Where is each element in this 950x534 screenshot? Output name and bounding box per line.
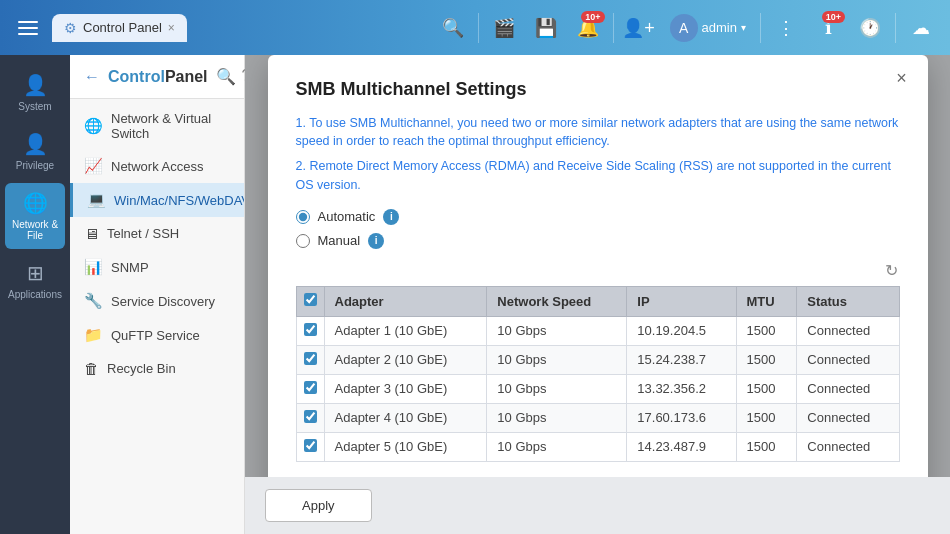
row-check-cell	[296, 403, 324, 432]
sidebar-item-privilege[interactable]: 👤 Privilege	[5, 124, 65, 179]
row-status: Connected	[797, 374, 899, 403]
tab-close-icon[interactable]: ×	[168, 21, 175, 35]
recycle-bin-icon: 🗑	[84, 360, 99, 377]
sidebar-item-system[interactable]: 👤 System	[5, 65, 65, 120]
telnet-icon: 🖥	[84, 225, 99, 242]
nav-search-icon[interactable]: 🔍	[216, 67, 236, 86]
manual-info-icon[interactable]: i	[368, 233, 384, 249]
nav-item-label: Telnet / SSH	[107, 226, 179, 241]
nav-item-label: Service Discovery	[111, 294, 215, 309]
nav-item-win-mac-nfs[interactable]: 💻 Win/Mac/NFS/WebDAV	[70, 183, 244, 217]
table-row: Adapter 3 (10 GbE) 10 Gbps 13.32.356.2 1…	[296, 374, 899, 403]
nav-item-network-virtual-switch[interactable]: 🌐 Network & Virtual Switch	[70, 103, 244, 149]
row-checkbox[interactable]	[304, 323, 317, 336]
hamburger-button[interactable]	[10, 10, 46, 46]
sidebar-item-label: Applications	[8, 289, 62, 300]
table-row: Adapter 5 (10 GbE) 10 Gbps 14.23.487.9 1…	[296, 432, 899, 461]
nav-item-quftp[interactable]: 📁 QuFTP Service	[70, 318, 244, 352]
row-checkbox[interactable]	[304, 410, 317, 423]
nav-item-service-discovery[interactable]: 🔧 Service Discovery	[70, 284, 244, 318]
modal-title: SMB Multichannel Settings	[296, 79, 900, 100]
bottom-apply-button[interactable]: Apply	[265, 489, 372, 522]
main-layout: 👤 System 👤 Privilege 🌐 Network & File ⊞ …	[0, 55, 950, 534]
chevron-down-icon: ▾	[741, 22, 746, 33]
info-icon-btn[interactable]: ℹ10+	[809, 9, 847, 47]
nav-panel: ← ControlPanel 🔍 ? 🌐 Network & Virtual S…	[70, 55, 245, 534]
user-label: admin	[702, 20, 737, 35]
network-icon: 🌐	[23, 191, 48, 215]
clock-icon-btn[interactable]: 🕐	[851, 9, 889, 47]
col-header-ip: IP	[627, 286, 736, 316]
search-icon-btn[interactable]: 🔍	[434, 9, 472, 47]
refresh-button[interactable]: ↻	[883, 259, 900, 282]
divider-1	[478, 13, 479, 43]
row-ip: 14.23.487.9	[627, 432, 736, 461]
user-add-icon-btn[interactable]: 👤+	[620, 9, 658, 47]
bell-badge: 10+	[581, 11, 604, 23]
row-checkbox[interactable]	[304, 439, 317, 452]
table-row: Adapter 1 (10 GbE) 10 Gbps 10.19.204.5 1…	[296, 316, 899, 345]
user-button[interactable]: A admin ▾	[662, 10, 754, 46]
col-header-check	[296, 286, 324, 316]
sidebar-item-label: Privilege	[16, 160, 54, 171]
row-check-cell	[296, 374, 324, 403]
sidebar-item-applications[interactable]: ⊞ Applications	[5, 253, 65, 308]
row-speed: 10 Gbps	[487, 374, 627, 403]
nav-item-network-access[interactable]: 📈 Network Access	[70, 149, 244, 183]
row-speed: 10 Gbps	[487, 316, 627, 345]
row-mtu: 1500	[736, 403, 797, 432]
nav-item-label: QuFTP Service	[111, 328, 200, 343]
col-header-adapter: Adapter	[324, 286, 487, 316]
back-button[interactable]: ←	[84, 68, 100, 86]
tab-gear-icon: ⚙	[64, 20, 77, 36]
radio-manual-input[interactable]	[296, 234, 310, 248]
row-status: Connected	[797, 432, 899, 461]
row-adapter: Adapter 4 (10 GbE)	[324, 403, 487, 432]
radio-automatic[interactable]: Automatic i	[296, 209, 900, 225]
nav-header: ← ControlPanel 🔍 ?	[70, 55, 244, 99]
film-icon-btn[interactable]: 🎬	[485, 9, 523, 47]
win-mac-icon: 💻	[87, 191, 106, 209]
sidebar-item-network-file[interactable]: 🌐 Network & File	[5, 183, 65, 249]
row-speed: 10 Gbps	[487, 403, 627, 432]
avatar: A	[670, 14, 698, 42]
row-checkbox[interactable]	[304, 352, 317, 365]
row-ip: 10.19.204.5	[627, 316, 736, 345]
select-all-checkbox[interactable]	[304, 293, 317, 306]
content-footer: Apply	[245, 477, 950, 534]
row-mtu: 1500	[736, 345, 797, 374]
panel-title: ControlPanel	[108, 68, 208, 86]
radio-automatic-input[interactable]	[296, 210, 310, 224]
privilege-icon: 👤	[23, 132, 48, 156]
row-checkbox[interactable]	[304, 381, 317, 394]
download-icon-btn[interactable]: 💾	[527, 9, 565, 47]
modal-info-1: 1. To use SMB Multichannel, you need two…	[296, 114, 900, 152]
radio-manual-label: Manual	[318, 233, 361, 248]
modal-close-button[interactable]: ×	[890, 67, 914, 91]
bell-icon-btn[interactable]: 🔔10+	[569, 9, 607, 47]
divider-4	[895, 13, 896, 43]
radio-manual[interactable]: Manual i	[296, 233, 900, 249]
nav-item-label: Network & Virtual Switch	[111, 111, 230, 141]
nav-item-snmp[interactable]: 📊 SNMP	[70, 250, 244, 284]
row-mtu: 1500	[736, 374, 797, 403]
row-check-cell	[296, 345, 324, 374]
cloud-icon-btn[interactable]: ☁	[902, 9, 940, 47]
row-adapter: Adapter 2 (10 GbE)	[324, 345, 487, 374]
nav-item-label: Recycle Bin	[107, 361, 176, 376]
control-panel-tab[interactable]: ⚙ Control Panel ×	[52, 14, 187, 42]
network-access-icon: 📈	[84, 157, 103, 175]
row-status: Connected	[797, 316, 899, 345]
row-ip: 13.32.356.2	[627, 374, 736, 403]
content-area: × SMB Multichannel Settings 1. To use SM…	[245, 55, 950, 534]
row-mtu: 1500	[736, 316, 797, 345]
more-icon-btn[interactable]: ⋮	[767, 9, 805, 47]
row-status: Connected	[797, 345, 899, 374]
automatic-info-icon[interactable]: i	[383, 209, 399, 225]
row-check-cell	[296, 316, 324, 345]
nav-item-telnet-ssh[interactable]: 🖥 Telnet / SSH	[70, 217, 244, 250]
title-part1: Control	[108, 68, 165, 85]
nav-item-recycle-bin[interactable]: 🗑 Recycle Bin	[70, 352, 244, 385]
col-header-speed: Network Speed	[487, 286, 627, 316]
sidebar-item-label: Network & File	[9, 219, 61, 241]
